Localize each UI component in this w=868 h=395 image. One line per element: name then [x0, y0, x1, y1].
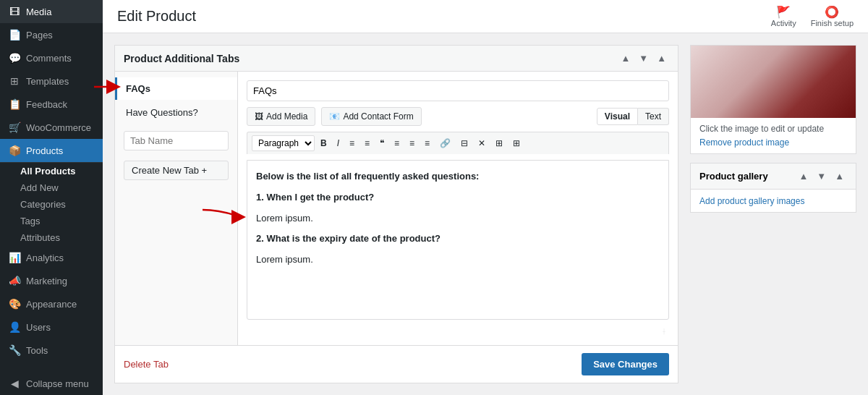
gallery-toggle-btn[interactable]: ▲ [832, 169, 847, 183]
sidebar-item-label: Users [26, 322, 51, 333]
sidebar: 🎞 Media 📄 Pages 💬 Comments ⊞ Templates 📋… [0, 0, 103, 395]
remove-format-button[interactable]: ✕ [474, 136, 490, 150]
delete-tab-link[interactable]: Delete Tab [124, 359, 169, 370]
gallery-expand-btn[interactable]: ▲ [796, 169, 811, 183]
sidebar-item-marketing[interactable]: 📣 Marketing [0, 269, 103, 292]
sidebar-item-products[interactable]: 📦 Products [0, 139, 103, 162]
tab-editor: 🖼 Add Media 📧 Add Contact Form Visual Te [238, 72, 678, 345]
tools-icon: 🔧 [9, 344, 20, 356]
activity-button[interactable]: 🚩 Activity [771, 5, 796, 27]
align-right-button[interactable]: ≡ [420, 136, 434, 150]
view-toggle: Visual Text [597, 108, 669, 125]
fullscreen-button[interactable]: ⊞ [491, 136, 507, 150]
gallery-title: Product gallery [699, 171, 768, 182]
sidebar-sub-add-new[interactable]: Add New [0, 179, 103, 196]
ol-button[interactable]: ≡ [360, 136, 374, 150]
wp-editor-toolbar: Paragraph B I ≡ ≡ ❝ ≡ ≡ ≡ 🔗 [247, 132, 669, 154]
sidebar-item-label: Appearance [26, 299, 77, 310]
main-content: Edit Product 🚩 Activity ⭕ Finish setup [103, 0, 868, 395]
appearance-icon: 🎨 [9, 298, 20, 310]
gallery-collapse-btn[interactable]: ▼ [814, 169, 829, 183]
link-button[interactable]: 🔗 [435, 136, 455, 150]
add-contact-icon: 📧 [329, 111, 340, 122]
sidebar-sub-tags[interactable]: Tags [0, 213, 103, 229]
product-additional-tabs-metabox: Product Additional Tabs ▲ ▼ ▲ FAQs Have … [114, 45, 678, 383]
sidebar-item-label: Feedback [26, 99, 67, 110]
metabox-body: FAQs Have Questions? Create New Tab + 🖼 [115, 72, 678, 345]
metabox-expand-btn[interactable]: ▲ [618, 51, 633, 65]
sidebar-item-media[interactable]: 🎞 Media [0, 0, 103, 23]
editor-resize-handle[interactable]: ⟊ [247, 326, 669, 336]
sidebar-item-templates[interactable]: ⊞ Templates [0, 69, 103, 93]
sidebar-item-users[interactable]: 👤 Users [0, 315, 103, 339]
add-media-button[interactable]: 🖼 Add Media [247, 107, 315, 126]
sidebar-item-collapse[interactable]: ◀ Collapse menu [0, 372, 103, 395]
align-left-button[interactable]: ≡ [390, 136, 404, 150]
page-title: Edit Product [117, 8, 196, 25]
topbar-actions: 🚩 Activity ⭕ Finish setup [771, 5, 854, 27]
sidebar-item-label: Media [26, 7, 51, 17]
sidebar-item-label: Analytics [26, 252, 64, 263]
product-image-body: Click the image to edit or update Remove… [691, 118, 856, 153]
pages-icon: 📄 [9, 29, 20, 41]
sidebar-item-analytics[interactable]: 📊 Analytics [0, 246, 103, 269]
sidebar-item-comments[interactable]: 💬 Comments [0, 46, 103, 69]
editor-content-area[interactable]: Below is the list of all frequently aske… [247, 160, 669, 320]
feedback-icon: 📋 [9, 98, 20, 110]
metabox-toggle-btn[interactable]: ▲ [654, 51, 669, 65]
product-image[interactable] [691, 46, 856, 118]
sidebar-item-appearance[interactable]: 🎨 Appearance [0, 292, 103, 315]
add-gallery-images-link[interactable]: Add product gallery images [699, 196, 804, 206]
ul-button[interactable]: ≡ [345, 136, 359, 150]
remove-product-image-link[interactable]: Remove product image [699, 137, 789, 148]
sidebar-sub-attributes[interactable]: Attributes [0, 229, 103, 246]
visual-view-button[interactable]: Visual [597, 108, 638, 125]
tab-name-field[interactable] [247, 80, 669, 101]
align-center-button[interactable]: ≡ [405, 136, 419, 150]
sidebar-item-feedback[interactable]: 📋 Feedback [0, 93, 103, 116]
main-panel: Product Additional Tabs ▲ ▼ ▲ FAQs Have … [114, 45, 678, 383]
woocommerce-icon: 🛒 [9, 122, 20, 133]
sidebar-item-label: Pages [26, 30, 53, 41]
italic-button[interactable]: I [333, 136, 344, 150]
table-button[interactable]: ⊟ [456, 136, 472, 150]
product-image-inner [691, 46, 856, 118]
content-line-2: 1. When I get the product? [256, 192, 374, 203]
gallery-body: Add product gallery images [691, 190, 856, 212]
blockquote-button[interactable]: ❝ [375, 136, 388, 150]
tab-name-input[interactable] [124, 131, 229, 150]
tab-faqs[interactable]: FAQs [115, 77, 237, 100]
sidebar-sub-categories[interactable]: Categories [0, 196, 103, 213]
sidebar-item-label: Marketing [26, 276, 67, 286]
activity-icon: 🚩 [776, 5, 791, 19]
content-line-3: Lorem ipsum. [256, 211, 660, 226]
sidebar-item-label: Tools [26, 345, 48, 356]
sidebar-item-woocommerce[interactable]: 🛒 WooCommerce [0, 116, 103, 139]
sidebar-item-tools[interactable]: 🔧 Tools [0, 339, 103, 362]
product-image-hint: Click the image to edit or update [699, 124, 847, 134]
sidebar-sub-all-products[interactable]: All Products [0, 163, 103, 179]
editor-toolbar-top: 🖼 Add Media 📧 Add Contact Form Visual Te [247, 107, 669, 126]
metabox-collapse-btn[interactable]: ▼ [636, 51, 651, 65]
bold-button[interactable]: B [316, 136, 331, 150]
analytics-icon: 📊 [9, 252, 20, 263]
product-image-box: Click the image to edit or update Remove… [690, 45, 856, 154]
create-new-tab-button[interactable]: Create New Tab + [124, 161, 229, 180]
finish-setup-button[interactable]: ⭕ Finish setup [811, 5, 854, 27]
grid-button[interactable]: ⊞ [509, 136, 524, 150]
content-line-5: Lorem ipsum. [256, 252, 660, 268]
paragraph-select[interactable]: Paragraph [252, 135, 315, 151]
marketing-icon: 📣 [9, 275, 20, 286]
sidebar-item-pages[interactable]: 📄 Pages [0, 23, 103, 46]
add-media-icon: 🖼 [255, 111, 263, 122]
product-gallery-box: Product gallery ▲ ▼ ▲ Add product galler… [690, 163, 856, 213]
sidebar-item-label: Products [26, 145, 63, 156]
metabox-controls: ▲ ▼ ▲ [618, 51, 669, 65]
add-contact-form-button[interactable]: 📧 Add Contact Form [321, 107, 421, 126]
templates-icon: ⊞ [9, 75, 20, 87]
tab-have-questions[interactable]: Have Questions? [115, 101, 237, 124]
metabox-footer: Delete Tab Save Changes [115, 345, 678, 383]
text-view-button[interactable]: Text [638, 108, 669, 125]
save-changes-button[interactable]: Save Changes [582, 353, 669, 375]
topbar: Edit Product 🚩 Activity ⭕ Finish setup [103, 0, 868, 33]
